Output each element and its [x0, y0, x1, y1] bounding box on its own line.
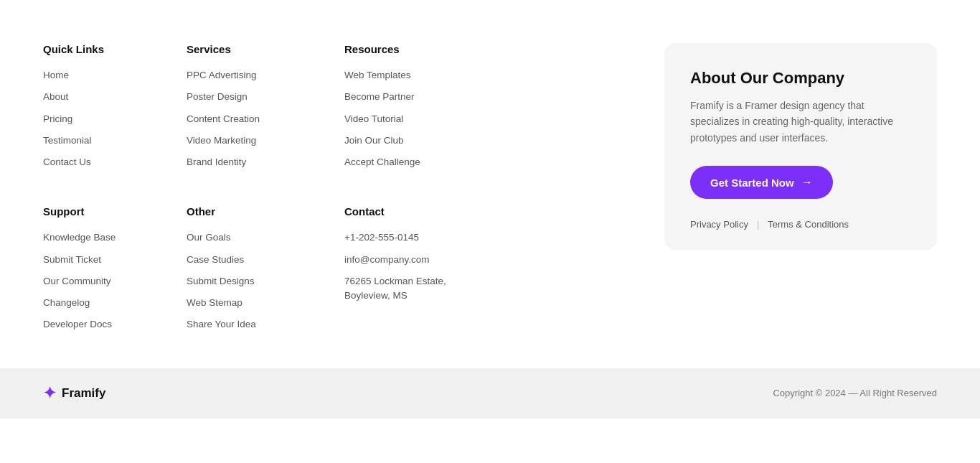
contact-address-line2: Boyleview, MS — [344, 290, 407, 301]
other-heading: Other — [187, 205, 330, 218]
contact-address-line1: 76265 Lockman Estate, — [344, 276, 446, 286]
contact-email: info@company.com — [344, 253, 488, 267]
nav-link[interactable]: Web Templates — [344, 70, 411, 80]
copyright-text: Copyright © 2024 — All Right Reserved — [773, 388, 937, 398]
list-item: Accept Challenge — [344, 155, 488, 169]
nav-link[interactable]: About — [43, 91, 68, 102]
nav-link[interactable]: Accept Challenge — [344, 156, 420, 167]
list-item: Home — [43, 68, 172, 83]
services-col: Services PPC AdvertisingPoster DesignCon… — [187, 43, 330, 177]
nav-link[interactable]: Developer Docs — [43, 319, 112, 329]
nav-link[interactable]: Home — [43, 70, 69, 80]
company-card-heading: About Our Company — [690, 69, 911, 88]
nav-link[interactable]: Become Partner — [344, 91, 415, 102]
brand-star-icon: ✦ — [43, 384, 56, 403]
contact-heading: Contact — [344, 205, 488, 218]
list-item: Web Templates — [344, 68, 488, 83]
links-divider: | — [757, 219, 759, 230]
privacy-policy-link[interactable]: Privacy Policy — [690, 219, 748, 230]
quick-links-heading: Quick Links — [43, 43, 172, 55]
nav-link[interactable]: Video Marketing — [187, 135, 256, 146]
list-item: Join Our Club — [344, 134, 488, 148]
nav-link[interactable]: Brand Identity — [187, 156, 246, 167]
terms-conditions-link[interactable]: Terms & Conditions — [768, 219, 849, 230]
resources-heading: Resources — [344, 43, 488, 55]
list-item: PPC Advertising — [187, 68, 330, 83]
nav-link[interactable]: Case Studies — [187, 254, 244, 265]
nav-link[interactable]: Changelog — [43, 297, 90, 308]
list-item: Contact Us — [43, 155, 172, 169]
brand: ✦ Framify — [43, 384, 105, 403]
list-item: Brand Identity — [187, 155, 330, 169]
brand-name: Framify — [62, 386, 105, 401]
list-item: Knowledge Base — [43, 230, 172, 245]
contact-info: +1-202-555-0145 info@company.com 76265 L… — [344, 230, 488, 303]
support-col: Support Knowledge BaseSubmit TicketOur C… — [43, 205, 172, 339]
nav-link[interactable]: Contact Us — [43, 156, 91, 167]
nav-link[interactable]: Testimonial — [43, 135, 92, 146]
nav-link[interactable]: Video Tutorial — [344, 113, 403, 124]
list-item: Poster Design — [187, 90, 330, 104]
nav-link[interactable]: Submit Ticket — [43, 254, 101, 265]
nav-link[interactable]: Join Our Club — [344, 135, 404, 146]
list-item: Share Your Idea — [187, 317, 330, 332]
nav-link[interactable]: Knowledge Base — [43, 232, 116, 243]
support-heading: Support — [43, 205, 172, 218]
list-item: Content Creation — [187, 112, 330, 126]
nav-link[interactable]: Pricing — [43, 113, 72, 124]
card-footer-links: Privacy Policy | Terms & Conditions — [690, 219, 911, 230]
other-col: Other Our GoalsCase StudiesSubmit Design… — [187, 205, 330, 339]
list-item: Testimonial — [43, 134, 172, 148]
nav-link[interactable]: PPC Advertising — [187, 70, 257, 80]
get-started-button[interactable]: Get Started Now → — [690, 166, 833, 199]
nav-link[interactable]: Submit Designs — [187, 276, 255, 286]
list-item: Submit Designs — [187, 274, 330, 289]
cta-arrow: → — [801, 176, 813, 189]
footer-columns: Quick Links HomeAboutPricingTestimonialC… — [43, 43, 636, 340]
list-item: Our Goals — [187, 230, 330, 245]
bottom-bar: ✦ Framify Copyright © 2024 — All Right R… — [0, 368, 980, 418]
nav-link[interactable]: Share Your Idea — [187, 319, 256, 329]
list-item: Changelog — [43, 296, 172, 310]
list-item: Our Community — [43, 274, 172, 289]
company-card-description: Framify is a Framer design agency that s… — [690, 98, 911, 146]
quick-links-col: Quick Links HomeAboutPricingTestimonialC… — [43, 43, 172, 177]
contact-col: Contact +1-202-555-0145 info@company.com… — [344, 205, 488, 339]
cta-label: Get Started Now — [710, 177, 794, 189]
list-item: About — [43, 90, 172, 104]
list-item: Video Marketing — [187, 134, 330, 148]
main-footer: Quick Links HomeAboutPricingTestimonialC… — [0, 0, 980, 368]
nav-link[interactable]: Our Community — [43, 276, 111, 286]
nav-link[interactable]: Our Goals — [187, 232, 231, 243]
list-item: Video Tutorial — [344, 112, 488, 126]
list-item: Web Stemap — [187, 296, 330, 310]
list-item: Pricing — [43, 112, 172, 126]
company-card: About Our Company Framify is a Framer de… — [664, 43, 937, 250]
nav-link[interactable]: Content Creation — [187, 113, 260, 124]
nav-link[interactable]: Poster Design — [187, 91, 248, 102]
list-item: Developer Docs — [43, 317, 172, 332]
contact-phone: +1-202-555-0145 — [344, 230, 488, 245]
list-item: Case Studies — [187, 253, 330, 267]
list-item: Become Partner — [344, 90, 488, 104]
list-item: Submit Ticket — [43, 253, 172, 267]
contact-address: 76265 Lockman Estate, Boyleview, MS — [344, 274, 488, 304]
resources-col: Resources Web TemplatesBecome PartnerVid… — [344, 43, 488, 177]
nav-link[interactable]: Web Stemap — [187, 297, 242, 308]
services-heading: Services — [187, 43, 330, 55]
